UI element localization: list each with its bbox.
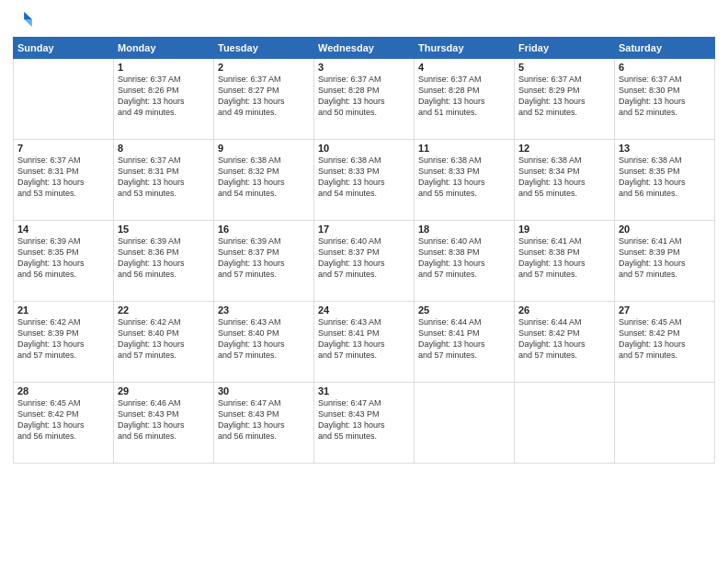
day-number: 31 [318, 385, 410, 396]
logo-icon [13, 9, 33, 29]
calendar-cell: 12Sunrise: 6:38 AM Sunset: 8:34 PM Dayli… [515, 140, 615, 221]
day-number: 2 [218, 62, 310, 73]
day-info: Sunrise: 6:37 AM Sunset: 8:31 PM Dayligh… [118, 155, 210, 200]
day-info: Sunrise: 6:47 AM Sunset: 8:43 PM Dayligh… [318, 397, 410, 442]
weekday-header: Tuesday [214, 38, 314, 59]
calendar-cell: 16Sunrise: 6:39 AM Sunset: 8:37 PM Dayli… [214, 221, 314, 302]
page: SundayMondayTuesdayWednesdayThursdayFrid… [0, 0, 728, 563]
day-info: Sunrise: 6:37 AM Sunset: 8:29 PM Dayligh… [518, 74, 610, 119]
calendar-cell: 29Sunrise: 6:46 AM Sunset: 8:43 PM Dayli… [114, 383, 214, 464]
day-info: Sunrise: 6:37 AM Sunset: 8:30 PM Dayligh… [619, 74, 711, 119]
day-number: 12 [518, 143, 610, 154]
day-info: Sunrise: 6:37 AM Sunset: 8:28 PM Dayligh… [418, 74, 510, 119]
weekday-header: Saturday [615, 38, 715, 59]
day-number: 14 [17, 224, 109, 235]
calendar-cell [415, 383, 515, 464]
day-number: 28 [17, 385, 109, 396]
calendar-cell: 9Sunrise: 6:38 AM Sunset: 8:32 PM Daylig… [214, 140, 314, 221]
weekday-header: Monday [114, 38, 214, 59]
calendar-cell [515, 383, 615, 464]
calendar-cell: 21Sunrise: 6:42 AM Sunset: 8:39 PM Dayli… [14, 302, 114, 383]
calendar-cell: 27Sunrise: 6:45 AM Sunset: 8:42 PM Dayli… [615, 302, 715, 383]
calendar-cell: 31Sunrise: 6:47 AM Sunset: 8:43 PM Dayli… [314, 383, 415, 464]
day-number: 27 [619, 304, 711, 316]
calendar-cell: 2Sunrise: 6:37 AM Sunset: 8:27 PM Daylig… [214, 59, 314, 140]
svg-marker-1 [24, 19, 32, 27]
calendar-cell: 23Sunrise: 6:43 AM Sunset: 8:40 PM Dayli… [214, 302, 314, 383]
calendar-cell: 18Sunrise: 6:40 AM Sunset: 8:38 PM Dayli… [415, 221, 515, 302]
day-number: 26 [518, 304, 610, 316]
weekday-header: Sunday [14, 38, 114, 59]
calendar-cell: 10Sunrise: 6:38 AM Sunset: 8:33 PM Dayli… [314, 140, 415, 221]
day-number: 22 [118, 304, 210, 316]
day-info: Sunrise: 6:38 AM Sunset: 8:32 PM Dayligh… [218, 155, 310, 200]
day-info: Sunrise: 6:44 AM Sunset: 8:42 PM Dayligh… [518, 316, 610, 362]
day-info: Sunrise: 6:45 AM Sunset: 8:42 PM Dayligh… [619, 316, 711, 362]
day-number: 20 [619, 224, 711, 235]
day-number: 15 [118, 224, 210, 235]
day-number: 13 [619, 143, 711, 154]
svg-marker-0 [24, 12, 32, 19]
day-info: Sunrise: 6:42 AM Sunset: 8:39 PM Dayligh… [17, 316, 109, 362]
calendar-cell: 19Sunrise: 6:41 AM Sunset: 8:38 PM Dayli… [515, 221, 615, 302]
calendar-cell: 4Sunrise: 6:37 AM Sunset: 8:28 PM Daylig… [415, 59, 515, 140]
calendar-week-row: 21Sunrise: 6:42 AM Sunset: 8:39 PM Dayli… [14, 302, 715, 383]
day-number: 25 [418, 304, 510, 316]
day-info: Sunrise: 6:38 AM Sunset: 8:33 PM Dayligh… [418, 155, 510, 200]
day-number: 3 [318, 62, 410, 73]
day-info: Sunrise: 6:38 AM Sunset: 8:35 PM Dayligh… [619, 155, 711, 200]
calendar-cell: 17Sunrise: 6:40 AM Sunset: 8:37 PM Dayli… [314, 221, 415, 302]
calendar-cell: 24Sunrise: 6:43 AM Sunset: 8:41 PM Dayli… [314, 302, 415, 383]
logo [13, 9, 35, 29]
calendar-week-row: 7Sunrise: 6:37 AM Sunset: 8:31 PM Daylig… [14, 140, 715, 221]
calendar-cell: 30Sunrise: 6:47 AM Sunset: 8:43 PM Dayli… [214, 383, 314, 464]
day-number: 1 [118, 62, 210, 73]
day-info: Sunrise: 6:46 AM Sunset: 8:43 PM Dayligh… [118, 397, 210, 442]
calendar-cell: 15Sunrise: 6:39 AM Sunset: 8:36 PM Dayli… [114, 221, 214, 302]
calendar-cell: 28Sunrise: 6:45 AM Sunset: 8:42 PM Dayli… [14, 383, 114, 464]
day-info: Sunrise: 6:38 AM Sunset: 8:33 PM Dayligh… [318, 155, 410, 200]
calendar-cell: 11Sunrise: 6:38 AM Sunset: 8:33 PM Dayli… [415, 140, 515, 221]
calendar-week-row: 28Sunrise: 6:45 AM Sunset: 8:42 PM Dayli… [14, 383, 715, 464]
day-info: Sunrise: 6:37 AM Sunset: 8:27 PM Dayligh… [218, 74, 310, 119]
day-number: 8 [118, 143, 210, 154]
day-number: 9 [218, 143, 310, 154]
calendar-cell: 1Sunrise: 6:37 AM Sunset: 8:26 PM Daylig… [114, 59, 214, 140]
calendar-cell: 8Sunrise: 6:37 AM Sunset: 8:31 PM Daylig… [114, 140, 214, 221]
day-info: Sunrise: 6:41 AM Sunset: 8:39 PM Dayligh… [619, 236, 711, 281]
calendar-week-row: 14Sunrise: 6:39 AM Sunset: 8:35 PM Dayli… [14, 221, 715, 302]
calendar-table: SundayMondayTuesdayWednesdayThursdayFrid… [13, 37, 715, 464]
calendar-header-row: SundayMondayTuesdayWednesdayThursdayFrid… [14, 38, 715, 59]
header [13, 9, 715, 29]
calendar-cell: 5Sunrise: 6:37 AM Sunset: 8:29 PM Daylig… [515, 59, 615, 140]
day-info: Sunrise: 6:45 AM Sunset: 8:42 PM Dayligh… [17, 397, 109, 442]
day-info: Sunrise: 6:38 AM Sunset: 8:34 PM Dayligh… [518, 155, 610, 200]
day-number: 24 [318, 304, 410, 316]
day-info: Sunrise: 6:39 AM Sunset: 8:36 PM Dayligh… [118, 236, 210, 281]
calendar-cell: 13Sunrise: 6:38 AM Sunset: 8:35 PM Dayli… [615, 140, 715, 221]
day-number: 17 [318, 224, 410, 235]
day-info: Sunrise: 6:37 AM Sunset: 8:28 PM Dayligh… [318, 74, 410, 119]
day-number: 7 [17, 143, 109, 154]
day-info: Sunrise: 6:43 AM Sunset: 8:40 PM Dayligh… [218, 316, 310, 362]
calendar-cell: 26Sunrise: 6:44 AM Sunset: 8:42 PM Dayli… [515, 302, 615, 383]
day-number: 21 [17, 304, 109, 316]
day-info: Sunrise: 6:37 AM Sunset: 8:26 PM Dayligh… [118, 74, 210, 119]
day-number: 19 [518, 224, 610, 235]
calendar-cell [14, 59, 114, 140]
day-info: Sunrise: 6:43 AM Sunset: 8:41 PM Dayligh… [318, 316, 410, 362]
weekday-header: Wednesday [314, 38, 415, 59]
day-number: 6 [619, 62, 711, 73]
calendar-cell: 14Sunrise: 6:39 AM Sunset: 8:35 PM Dayli… [14, 221, 114, 302]
day-info: Sunrise: 6:47 AM Sunset: 8:43 PM Dayligh… [218, 397, 310, 442]
day-number: 23 [218, 304, 310, 316]
calendar-cell: 20Sunrise: 6:41 AM Sunset: 8:39 PM Dayli… [615, 221, 715, 302]
day-info: Sunrise: 6:40 AM Sunset: 8:38 PM Dayligh… [418, 236, 510, 281]
day-info: Sunrise: 6:39 AM Sunset: 8:35 PM Dayligh… [17, 236, 109, 281]
day-number: 30 [218, 385, 310, 396]
calendar-week-row: 1Sunrise: 6:37 AM Sunset: 8:26 PM Daylig… [14, 59, 715, 140]
day-info: Sunrise: 6:40 AM Sunset: 8:37 PM Dayligh… [318, 236, 410, 281]
calendar-cell: 6Sunrise: 6:37 AM Sunset: 8:30 PM Daylig… [615, 59, 715, 140]
day-number: 5 [518, 62, 610, 73]
day-info: Sunrise: 6:44 AM Sunset: 8:41 PM Dayligh… [418, 316, 510, 362]
